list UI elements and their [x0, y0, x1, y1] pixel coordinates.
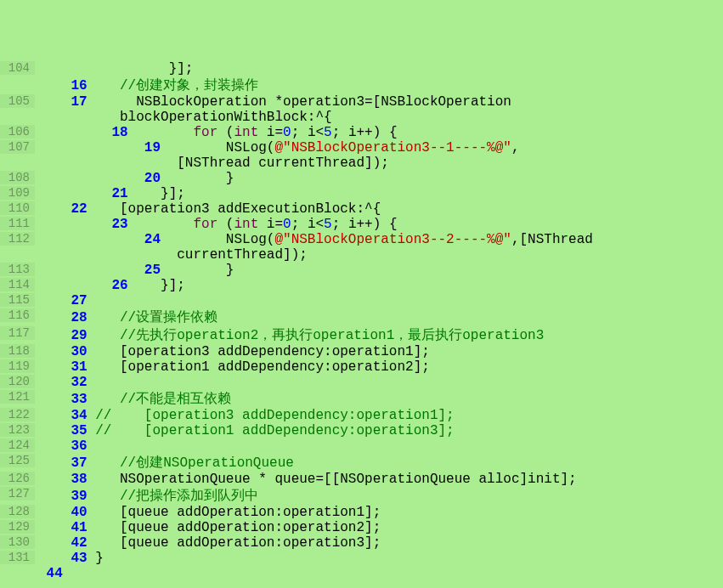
- code-content: 42 [queue addOperation:operation3];: [35, 535, 723, 551]
- token: NSBlockOperation *operation3=[NSBlockOpe…: [120, 94, 511, 110]
- code-line: 122 34 // [operation3 addDependency:oper…: [0, 408, 723, 423]
- code-content: 18 for (int i=0; i<5; i++) {: [35, 125, 723, 140]
- code-content: currentThread]);: [35, 247, 723, 263]
- token: for: [193, 217, 217, 232]
- line-number-gutter: 131: [0, 551, 35, 564]
- token: 33: [38, 392, 120, 407]
- code-line: 125 37 //创建NSOperationQueue: [0, 454, 723, 472]
- token: //把操作添加到队列中: [120, 489, 258, 504]
- token: ,: [511, 140, 520, 155]
- code-content: blockOperationWithBlock:^{: [35, 110, 723, 125]
- code-line: 128 40 [queue addOperation:operation1];: [0, 505, 723, 520]
- line-number-gutter: 123: [0, 423, 35, 437]
- code-content: 17 NSBlockOperation *operation3=[NSBlock…: [35, 94, 723, 110]
- token: 41: [38, 520, 120, 535]
- line-number-gutter: 114: [0, 278, 35, 291]
- token: [NSThread currentThread]);: [38, 155, 389, 171]
- code-line: 104 }];: [0, 61, 723, 76]
- token: }: [226, 263, 234, 278]
- token: ; i++) {: [332, 217, 398, 232]
- code-line: 126 38 NSOperationQueue * queue=[[NSOper…: [0, 472, 723, 487]
- token: 5: [324, 125, 332, 140]
- line-number-gutter: 119: [0, 359, 35, 373]
- line-number-gutter: 116: [0, 308, 35, 322]
- code-content: 39 //把操作添加到队列中: [35, 487, 723, 505]
- code-line: [NSThread currentThread]);: [0, 155, 723, 171]
- line-number-gutter: 104: [0, 61, 35, 75]
- code-content: 28 //设置操作依赖: [35, 308, 723, 326]
- code-content: 33 //不能是相互依赖: [35, 390, 723, 408]
- code-content: [NSThread currentThread]);: [35, 155, 723, 171]
- line-number-gutter: 115: [0, 293, 35, 307]
- line-number-gutter: 127: [0, 487, 35, 500]
- token: 44: [38, 566, 63, 581]
- token: @"NSBlockOperation3--2----%@": [274, 232, 511, 247]
- code-content: 40 [queue addOperation:operation1];: [35, 505, 723, 520]
- code-line: 119 31 [operation1 addDependency:operati…: [0, 359, 723, 375]
- code-content: 27: [35, 293, 723, 308]
- token: (: [217, 125, 234, 140]
- token: [operation3 addDependency:operation1];: [120, 344, 430, 359]
- code-line: 16 //创建对象，封装操作: [0, 76, 723, 94]
- line-number-gutter: 125: [0, 454, 35, 467]
- code-content: 31 [operation1 addDependency:operation2]…: [35, 359, 723, 375]
- code-content: 36: [35, 438, 723, 454]
- code-content: }];: [35, 61, 723, 76]
- code-content: 29 //先执行operation2，再执行operation1，最后执行ope…: [35, 326, 723, 344]
- token: 39: [38, 489, 120, 504]
- token: ; i++) {: [332, 125, 398, 140]
- token: ; i<: [291, 125, 324, 140]
- code-content: 44: [35, 566, 723, 581]
- token: blockOperationWithBlock:^{: [38, 110, 332, 125]
- token: @"NSBlockOperation3--1----%@": [274, 140, 511, 155]
- code-line: 118 30 [operation3 addDependency:operati…: [0, 344, 723, 359]
- code-line: 129 41 [queue addOperation:operation2];: [0, 520, 723, 535]
- token: 0: [283, 217, 291, 232]
- line-number-gutter: 120: [0, 375, 35, 388]
- code-line: 120 32: [0, 375, 723, 390]
- token: 43: [38, 551, 88, 566]
- token: 17: [38, 94, 120, 110]
- token: 30: [38, 344, 120, 359]
- token: 29: [38, 328, 120, 343]
- token: i=: [258, 125, 283, 140]
- code-line: 111 23 for (int i=0; i<5; i++) {: [0, 217, 723, 232]
- token: }: [226, 171, 234, 186]
- code-line: 131 43 }: [0, 551, 723, 566]
- code-content: 26 }];: [35, 278, 723, 293]
- code-line: blockOperationWithBlock:^{: [0, 110, 723, 125]
- line-number-gutter: 105: [0, 94, 35, 108]
- token: 23: [38, 217, 193, 232]
- token: //不能是相互依赖: [120, 392, 231, 407]
- code-content: 19 NSLog(@"NSBlockOperation3--1----%@",: [35, 140, 723, 155]
- code-content: 16 //创建对象，封装操作: [35, 76, 723, 94]
- code-content: 20 }: [35, 171, 723, 186]
- token: 31: [38, 359, 120, 375]
- code-content: 22 [operation3 addExecutionBlock:^{: [35, 201, 723, 217]
- code-content: 38 NSOperationQueue * queue=[[NSOperatio…: [35, 472, 723, 487]
- code-block: 104 }]; 16 //创建对象，封装操作105 17 NSBlockOper…: [0, 61, 723, 581]
- token: NSOperationQueue * queue=[[NSOperationQu…: [120, 472, 577, 487]
- code-line: 115 27: [0, 293, 723, 308]
- code-line: 121 33 //不能是相互依赖: [0, 390, 723, 408]
- code-line: 108 20 }: [0, 171, 723, 186]
- token: 27: [38, 293, 120, 308]
- line-number-gutter: 126: [0, 472, 35, 485]
- token: ; i<: [291, 217, 324, 232]
- token: 21: [38, 186, 161, 201]
- token: 5: [324, 217, 332, 232]
- line-number-gutter: 121: [0, 390, 35, 404]
- code-content: 34 // [operation3 addDependency:operatio…: [35, 408, 723, 423]
- line-number-gutter: 107: [0, 140, 35, 154]
- token: // [operation3 addDependency:operation1]…: [88, 408, 455, 423]
- token: currentThread]);: [38, 247, 308, 263]
- token: 35: [38, 423, 88, 438]
- code-content: 43 }: [35, 551, 723, 566]
- token: NSLog(: [226, 140, 275, 155]
- token: // [operation1 addDependency:operation3]…: [88, 423, 455, 438]
- line-number-gutter: 128: [0, 505, 35, 518]
- token: }];: [161, 278, 185, 293]
- line-number-gutter: 111: [0, 217, 35, 230]
- token: //创建NSOperationQueue: [120, 455, 294, 471]
- code-line: 105 17 NSBlockOperation *operation3=[NSB…: [0, 94, 723, 110]
